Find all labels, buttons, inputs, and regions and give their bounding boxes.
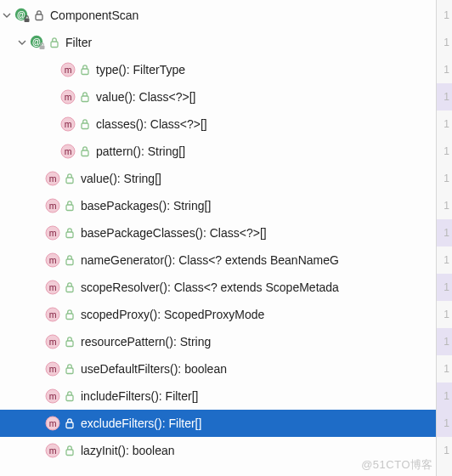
lock-icon: [63, 309, 76, 320]
annotation-icon: @: [14, 7, 31, 24]
structure-tree[interactable]: @ComponentScan@Filtermtype(): FilterType…: [0, 0, 452, 464]
svg-rect-7: [51, 42, 58, 48]
method-icon: m: [59, 143, 76, 160]
lock-icon: [63, 173, 76, 184]
tree-node-label: pattern(): String[]: [95, 144, 185, 158]
gutter-slot: 1: [437, 410, 452, 437]
tree-row[interactable]: mbasePackageClasses(): Class<?>[]: [0, 219, 452, 246]
lock-icon: [78, 145, 92, 157]
svg-text:m: m: [49, 255, 57, 265]
svg-text:m: m: [49, 173, 57, 184]
svg-text:m: m: [49, 337, 57, 347]
method-icon: m: [44, 442, 61, 459]
tree-row[interactable]: mbasePackages(): String[]: [0, 192, 452, 219]
gutter-slot: 1: [437, 192, 452, 219]
lock-icon: [48, 37, 61, 48]
method-icon: m: [44, 170, 61, 187]
tree-row[interactable]: mresourcePattern(): String: [0, 328, 452, 355]
right-gutter: 11111111111111111: [436, 0, 452, 476]
svg-text:m: m: [65, 146, 72, 156]
tree-row[interactable]: mincludeFilters(): Filter[]: [0, 382, 452, 410]
tree-row[interactable]: mtype(): FilterType: [0, 56, 452, 83]
method-icon: m: [59, 61, 76, 78]
lock-icon: [63, 417, 76, 429]
lock-icon: [63, 281, 76, 293]
tree-node-label: excludeFilters(): Filter[]: [80, 416, 201, 430]
gutter-slot: 1: [437, 246, 452, 274]
tree-row[interactable]: mvalue(): String[]: [0, 165, 452, 192]
tree-row[interactable]: mvalue(): Class<?>[]: [0, 83, 452, 110]
gutter-slot: 1: [437, 138, 452, 165]
caret-down-icon[interactable]: [0, 11, 14, 20]
svg-text:m: m: [49, 282, 57, 292]
svg-rect-52: [66, 450, 73, 456]
tree-row[interactable]: mscopeResolver(): Class<? extends ScopeM…: [0, 274, 452, 301]
svg-rect-31: [66, 259, 73, 265]
lock-icon: [78, 64, 92, 76]
tree-node-label: value(): String[]: [80, 172, 161, 185]
gutter-slot: 1: [437, 437, 452, 464]
svg-rect-25: [66, 205, 73, 211]
svg-rect-46: [66, 395, 73, 401]
tree-row[interactable]: mexcludeFilters(): Filter[]: [0, 410, 452, 437]
method-icon: m: [59, 88, 76, 105]
svg-text:m: m: [49, 391, 57, 401]
lock-icon: [63, 227, 76, 239]
lock-icon: [63, 254, 76, 266]
svg-rect-6: [40, 46, 45, 50]
lock-icon: [63, 445, 76, 456]
tree-row[interactable]: mscopedProxy(): ScopedProxyMode: [0, 301, 452, 328]
tree-row[interactable]: mpattern(): String[]: [0, 138, 452, 165]
svg-rect-37: [66, 314, 73, 320]
gutter-slot: 1: [437, 2, 452, 29]
svg-text:m: m: [49, 228, 57, 238]
svg-text:m: m: [49, 364, 57, 374]
caret-down-icon[interactable]: [15, 38, 29, 47]
svg-rect-2: [25, 19, 30, 23]
lock-icon: [63, 363, 76, 375]
svg-rect-34: [66, 286, 73, 292]
svg-text:m: m: [49, 309, 57, 320]
tree-row[interactable]: museDefaultFilters(): boolean: [0, 355, 452, 382]
tree-node-label: nameGenerator(): Class<? extends BeanNam…: [80, 253, 339, 267]
svg-text:m: m: [49, 445, 57, 456]
method-icon: m: [44, 197, 61, 214]
svg-rect-3: [36, 14, 42, 20]
lock-icon: [63, 200, 76, 212]
method-icon: m: [59, 116, 76, 133]
tree-row[interactable]: @Filter: [0, 29, 452, 56]
tree-node-label: scopedProxy(): ScopedProxyMode: [80, 308, 264, 321]
watermark: @51CTO博客: [361, 457, 433, 473]
tree-row[interactable]: mnameGenerator(): Class<? extends BeanNa…: [0, 246, 452, 274]
svg-rect-43: [66, 368, 73, 374]
gutter-slot: 1: [437, 110, 452, 138]
svg-rect-10: [82, 69, 88, 75]
method-icon: m: [44, 252, 61, 269]
method-icon: m: [44, 333, 61, 350]
svg-rect-49: [66, 422, 73, 428]
tree-node-label: Filter: [65, 36, 92, 49]
tree-row[interactable]: mclasses(): Class<?>[]: [0, 110, 452, 138]
lock-icon: [63, 390, 76, 402]
gutter-slot: 1: [437, 219, 452, 246]
gutter-slot: 1: [437, 56, 452, 83]
method-icon: m: [44, 388, 61, 405]
tree-node-label: resourcePattern(): String: [80, 335, 211, 348]
tree-node-label: type(): FilterType: [95, 63, 185, 76]
lock-icon: [78, 91, 92, 103]
gutter-slot: 1: [437, 301, 452, 328]
svg-text:m: m: [65, 119, 72, 129]
tree-node-label: lazyInit(): boolean: [80, 444, 175, 457]
tree-row[interactable]: @ComponentScan: [0, 2, 452, 29]
svg-rect-40: [66, 341, 73, 347]
tree-node-label: scopeResolver(): Class<? extends ScopeMe…: [80, 280, 339, 294]
tree-node-label: useDefaultFilters(): boolean: [80, 362, 227, 376]
tree-node-label: basePackageClasses(): Class<?>[]: [80, 226, 267, 240]
method-icon: m: [44, 360, 61, 377]
lock-icon: [63, 336, 76, 348]
lock-icon: [78, 118, 92, 130]
annotation-icon: @: [29, 34, 46, 51]
svg-rect-19: [82, 150, 88, 156]
svg-text:m: m: [49, 201, 57, 211]
svg-rect-16: [82, 123, 88, 129]
